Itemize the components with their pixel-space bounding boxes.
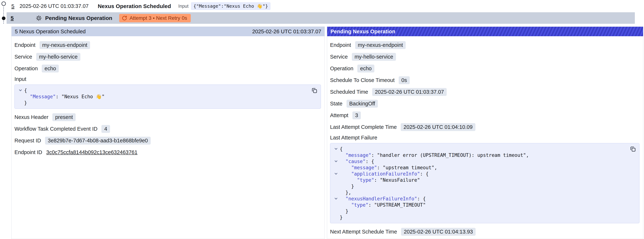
json-line: } bbox=[332, 183, 624, 190]
json-line: } bbox=[332, 214, 624, 220]
field-label: Last Attempt Complete Time bbox=[330, 124, 397, 130]
field-value-chip: 4 bbox=[102, 125, 110, 133]
last-attempt-failure-label: Last Attempt Failure bbox=[330, 133, 640, 142]
json-text: { bbox=[24, 87, 27, 94]
field-row-endpoint: Endpoint my-nexus-endpoint bbox=[330, 39, 640, 51]
field-row-scheduled-time: Scheduled Time 2025-02-26 UTC 01:03:37.0… bbox=[330, 86, 640, 98]
json-key: "Message" bbox=[30, 94, 56, 100]
json-text: : "upstream timeout", bbox=[377, 164, 437, 171]
json-line: "type": "NexusFailure" bbox=[332, 177, 624, 183]
pending-operation-panel: Pending Nexus Operation Endpoint my-nexu… bbox=[327, 26, 643, 239]
json-key: "message" bbox=[351, 164, 377, 171]
input-preview-chip: {"Message":"Nexus Echo 👋"} bbox=[191, 2, 270, 10]
pending-spinner-icon bbox=[36, 15, 42, 21]
field-label: Endpoint bbox=[330, 42, 351, 48]
scheduled-event-panel: 5 Nexus Operation Scheduled 2025-02-26 U… bbox=[11, 26, 325, 239]
scheduled-panel-timestamp: 2025-02-26 UTC 01:03:37.07 bbox=[252, 28, 321, 34]
json-line: "applicationFailureInfo": { bbox=[332, 171, 624, 177]
json-line: } bbox=[332, 208, 624, 214]
field-label: Request ID bbox=[14, 138, 41, 144]
endpoint-id-link[interactable]: 3c0c75ccfa8144b092c13ce632463761 bbox=[46, 149, 138, 155]
json-line: }, bbox=[332, 190, 624, 196]
collapse-slot bbox=[332, 196, 340, 202]
json-line: "message": "handler error (UPSTREAM_TIME… bbox=[332, 152, 624, 158]
event-id-link[interactable]: 5 bbox=[11, 3, 14, 9]
timeline-connector-line bbox=[3, 6, 4, 24]
field-row-nexus-header: Nexus Header present bbox=[14, 111, 321, 123]
copy-icon[interactable] bbox=[311, 87, 318, 94]
collapse-slot bbox=[332, 177, 340, 183]
json-line: } bbox=[16, 100, 306, 106]
field-row-workflow-task-completed-event-id: Workflow Task Completed Event ID 4 bbox=[14, 123, 321, 135]
field-label: Operation bbox=[14, 66, 38, 72]
collapse-slot bbox=[332, 208, 340, 214]
field-value-chip: 2025-02-26 UTC 01:03:37.07 bbox=[372, 88, 447, 96]
json-text: { bbox=[340, 146, 343, 152]
json-text bbox=[340, 164, 351, 171]
field-label: Endpoint bbox=[14, 42, 36, 48]
field-value-chip: BackingOff bbox=[346, 100, 378, 108]
field-row-request-id: Request ID 3e829b7e-7d67-4b08-aad3-b1e86… bbox=[14, 135, 321, 146]
collapse-slot bbox=[332, 171, 340, 177]
field-row-operation: Operation echo bbox=[14, 62, 321, 74]
json-text: : "handler error (UPSTREAM_TIMEOUT): ups… bbox=[371, 152, 529, 158]
input-label: Input bbox=[178, 4, 188, 9]
json-text: : { bbox=[420, 171, 428, 177]
input-json-viewer: { "Message": "Nexus Echo 👋" } bbox=[14, 84, 321, 109]
json-text bbox=[24, 94, 30, 100]
field-value-chip: echo bbox=[42, 64, 59, 72]
collapse-slot bbox=[16, 94, 24, 100]
timeline-current-event-dot-icon bbox=[2, 16, 6, 20]
json-text: } bbox=[340, 208, 348, 214]
detail-panels: 5 Nexus Operation Scheduled 2025-02-26 U… bbox=[11, 26, 644, 239]
field-value-chip: 0s bbox=[399, 76, 410, 84]
field-value-chip: my-hello-service bbox=[36, 53, 80, 61]
pending-panel-title: Pending Nexus Operation bbox=[330, 28, 396, 34]
chevron-down-icon[interactable] bbox=[334, 160, 338, 162]
json-text: : { bbox=[366, 158, 374, 164]
field-row-schedule-to-close-timeout: Schedule To Close Timeout 0s bbox=[330, 74, 640, 86]
chevron-down-icon[interactable] bbox=[334, 147, 338, 150]
event-row-scheduled[interactable]: 5 2025-02-26 UTC 01:03:37.07 Nexus Opera… bbox=[6, 0, 644, 12]
json-text bbox=[340, 202, 351, 208]
collapse-slot bbox=[332, 164, 340, 171]
json-text: : "Nexus Echo 👋" bbox=[56, 94, 104, 100]
chevron-down-icon[interactable] bbox=[334, 197, 338, 200]
json-key: "type" bbox=[357, 177, 374, 183]
field-label: State bbox=[330, 101, 342, 107]
copy-icon[interactable] bbox=[629, 146, 636, 152]
chevron-down-icon[interactable] bbox=[19, 88, 22, 91]
collapse-slot bbox=[16, 87, 24, 94]
collapse-slot bbox=[332, 183, 340, 190]
collapse-slot bbox=[332, 190, 340, 196]
event-id-link[interactable]: 5 bbox=[10, 15, 14, 21]
json-text: : "UPSTREAM_TIMEOUT" bbox=[368, 202, 426, 208]
event-row-pending-selected[interactable]: 5 Pending Nexus Operation Attempt 3 • Ne… bbox=[6, 12, 635, 24]
field-label: Next Attempt Schedule Time bbox=[330, 229, 397, 235]
pending-panel-header: Pending Nexus Operation bbox=[327, 27, 643, 36]
field-label: Operation bbox=[330, 66, 353, 72]
field-label: Nexus Header bbox=[14, 114, 48, 120]
field-row-service: Service my-hello-service bbox=[14, 51, 321, 62]
field-row-service: Service my-hello-service bbox=[330, 51, 640, 62]
retry-badge-label: Attempt 3 • Next Retry 0s bbox=[130, 15, 187, 21]
json-text: }, bbox=[340, 190, 351, 196]
failure-json-viewer: { "message": "handler error (UPSTREAM_TI… bbox=[330, 143, 640, 223]
json-key: "applicationFailureInfo" bbox=[351, 171, 420, 177]
field-value-chip: echo bbox=[357, 64, 374, 72]
scheduled-panel-title: 5 Nexus Operation Scheduled bbox=[15, 28, 86, 34]
json-text: : { bbox=[417, 196, 426, 202]
content: 5 2025-02-26 UTC 01:03:37.07 Nexus Opera… bbox=[6, 0, 644, 239]
chevron-down-icon[interactable] bbox=[334, 172, 338, 175]
json-key: "message" bbox=[346, 152, 371, 158]
field-row-state: State BackingOff bbox=[330, 98, 640, 110]
event-name: Nexus Operation Scheduled bbox=[98, 3, 171, 9]
field-label: Schedule To Close Timeout bbox=[330, 77, 395, 83]
collapse-slot bbox=[332, 146, 340, 152]
field-row-next-attempt-schedule-time: Next Attempt Schedule Time 2025-02-26 UT… bbox=[330, 226, 640, 238]
field-value-chip: 2025-02-26 UTC 01:04:10.09 bbox=[401, 123, 475, 131]
field-row-endpoint: Endpoint my-nexus-endpoint bbox=[14, 39, 321, 51]
field-value-chip: my-nexus-endpoint bbox=[355, 41, 406, 49]
json-text bbox=[340, 196, 346, 202]
json-line: "message": "upstream timeout", bbox=[332, 164, 624, 171]
